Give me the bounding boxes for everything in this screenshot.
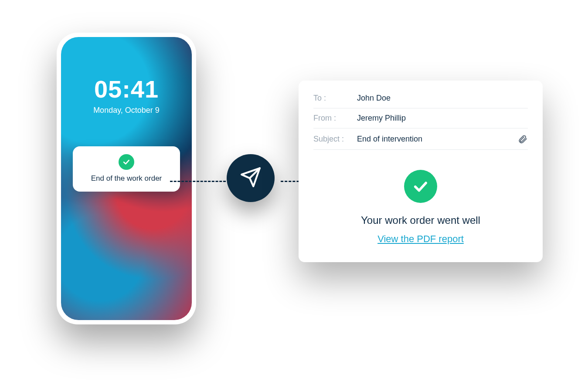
lockscreen-clock: 05:41 Monday, October 9 [93,77,160,115]
view-pdf-report-link[interactable]: View the PDF report [377,233,464,245]
check-icon [404,170,437,203]
send-step-badge [227,154,275,202]
lockscreen-notification[interactable]: End of the work order [73,146,180,192]
email-subject-value: End of intervention [357,135,517,144]
email-body-message: Your work order went well [361,214,480,226]
paper-plane-icon [240,166,262,190]
phone-lockscreen: 05:41 Monday, October 9 End of the work … [61,37,192,320]
email-to-value: John Doe [357,94,528,103]
paperclip-icon[interactable] [517,134,528,144]
email-subject-label: Subject : [313,135,357,144]
email-subject-row: Subject : End of intervention [313,128,528,150]
phone-mockup: 05:41 Monday, October 9 End of the work … [57,33,196,324]
notification-title: End of the work order [78,174,175,183]
email-to-row: To : John Doe [313,92,528,108]
email-preview-card: To : John Doe From : Jeremy Phillip Subj… [299,81,543,262]
email-from-value: Jeremy Phillip [357,114,528,123]
check-icon [119,154,134,170]
email-from-label: From : [313,114,357,123]
email-to-label: To : [313,94,357,103]
email-body: Your work order went well View the PDF r… [313,150,528,245]
lockscreen-date: Monday, October 9 [93,106,160,115]
lockscreen-time: 05:41 [93,77,160,101]
email-from-row: From : Jeremy Phillip [313,108,528,128]
